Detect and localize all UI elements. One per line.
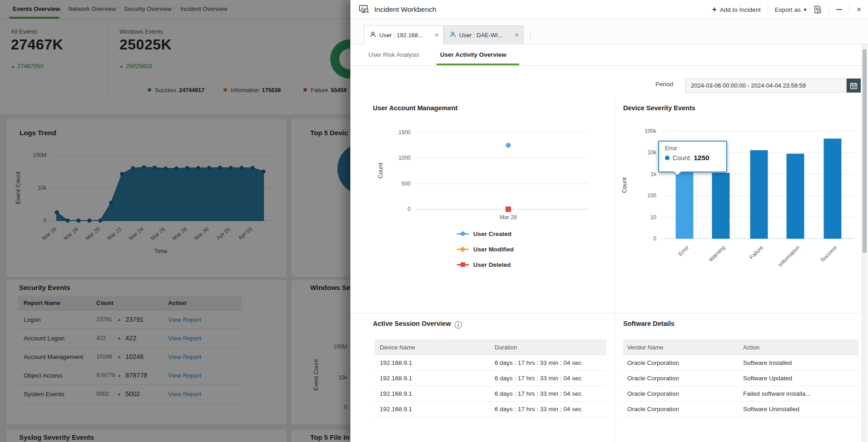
device-name-cell: 192.168.9.1 xyxy=(380,355,412,371)
svg-text:1500: 1500 xyxy=(398,129,411,136)
svg-text:100k: 100k xyxy=(645,128,657,134)
legend-item: User Deleted xyxy=(457,260,514,269)
period-label: Period xyxy=(655,81,673,88)
minimize-button[interactable] xyxy=(836,9,842,10)
entity-tab-user-host[interactable]: User : DAE-WI... ✕ xyxy=(444,25,524,45)
duration-cell: 6 days : 17 hrs : 33 min : 04 sec xyxy=(495,386,581,402)
action-cell: Failed software installa... xyxy=(743,386,811,402)
minimize-icon xyxy=(836,9,842,10)
legend-label: User Modified xyxy=(473,246,514,253)
device-name-cell: 192.168.9.1 xyxy=(380,386,412,402)
section-title: Device Severity Events xyxy=(623,104,695,112)
modal-header-actions: +Add to Incident Export as▾ ✕ xyxy=(712,0,862,19)
table-row: 192.168.9.16 days : 17 hrs : 33 min : 04… xyxy=(374,386,606,402)
workbench-icon xyxy=(359,5,369,16)
svg-text:1k: 1k xyxy=(650,171,657,177)
svg-text:1000: 1000 xyxy=(398,155,411,161)
table-row: Oracle CorporationSoftware Uninstalled xyxy=(623,402,858,417)
table-header: Vendor Name Action xyxy=(623,339,858,355)
calendar-button[interactable] xyxy=(847,79,861,93)
svg-text:500: 500 xyxy=(402,181,411,187)
divider xyxy=(829,5,829,14)
series-dot-icon xyxy=(665,156,670,160)
bar-information[interactable] xyxy=(787,154,804,239)
bar-error[interactable] xyxy=(676,172,694,239)
svg-text:Information: Information xyxy=(777,244,801,268)
legend-label: User Created xyxy=(473,231,511,237)
tooltip-label: Count: xyxy=(673,154,691,162)
tooltip-title: Error xyxy=(665,145,726,152)
chart-legend: User CreatedUser ModifiedUser Deleted xyxy=(457,229,514,275)
bar-failure[interactable] xyxy=(750,150,768,239)
scheduled-report-icon[interactable] xyxy=(813,5,822,14)
section-title: Software Details xyxy=(623,320,675,327)
divider xyxy=(849,5,849,14)
table-body: Oracle CorporationSoftware InstalledOrac… xyxy=(623,355,858,417)
svg-text:Success: Success xyxy=(819,244,838,263)
close-tab-icon[interactable]: ✕ xyxy=(431,32,439,38)
view-tab-bar: User Risk Analysis User Activity Overvie… xyxy=(351,44,868,66)
tab-user-risk-analysis[interactable]: User Risk Analysis xyxy=(368,44,419,65)
svg-text:0: 0 xyxy=(407,206,411,212)
legend-marker-square xyxy=(457,264,469,265)
svg-text:Warning: Warning xyxy=(708,244,726,263)
legend-marker-circle xyxy=(457,233,469,235)
divider xyxy=(530,30,531,40)
tab-user-activity-overview[interactable]: User Activity Overview xyxy=(440,44,506,65)
svg-text:100: 100 xyxy=(647,192,656,199)
duration-cell: 6 days : 17 hrs : 33 min : 04 sec xyxy=(495,402,581,417)
device-name-cell: 192.168.9.1 xyxy=(380,371,412,386)
table-row: Oracle CorporationSoftware Installed xyxy=(623,355,858,371)
modal-title: Incident Workbench xyxy=(374,0,436,19)
period-range-input[interactable]: 2024-03-06 00:00:00 - 2024-04-04 23:59:5… xyxy=(685,79,847,93)
device-name-cell: 192.168.9.1 xyxy=(380,402,412,417)
legend-marker-diamond xyxy=(457,249,469,250)
vendor-name-cell: Oracle Corporation xyxy=(627,402,679,417)
svg-text:Mar 28: Mar 28 xyxy=(500,214,517,221)
software-details-table: Vendor Name Action Oracle CorporationSof… xyxy=(623,339,858,417)
svg-text:0: 0 xyxy=(653,236,656,242)
legend-item: User Created xyxy=(457,229,514,238)
user-account-management-chart: 050010001500CountMar 28 xyxy=(372,119,603,223)
svg-text:10: 10 xyxy=(650,214,657,221)
action-cell: Software Installed xyxy=(743,355,792,371)
circle-marker-icon xyxy=(461,231,465,236)
tab-label: User : DAE-WI... xyxy=(459,32,503,39)
table-row: 192.168.9.16 days : 17 hrs : 33 min : 04… xyxy=(374,402,606,417)
add-to-incident-button[interactable]: +Add to Incident xyxy=(712,5,761,14)
svg-text:10k: 10k xyxy=(648,149,657,156)
column-action: Action xyxy=(743,339,759,355)
diamond-marker-icon xyxy=(460,246,466,252)
table-row: 192.168.9.16 days : 17 hrs : 33 min : 04… xyxy=(374,371,606,386)
close-icon[interactable]: ✕ xyxy=(856,6,862,13)
table-row: Oracle CorporationFailed software instal… xyxy=(623,386,858,402)
duration-cell: 6 days : 17 hrs : 33 min : 04 sec xyxy=(495,371,581,386)
device-severity-chart: 0101001k10k100kCountErrorWarningFailureI… xyxy=(616,119,864,278)
table-row: 192.168.9.16 days : 17 hrs : 33 min : 04… xyxy=(374,355,606,371)
entity-tab-user-ip[interactable]: User : 192.168... ✕ xyxy=(364,25,444,45)
modal-header: Incident Workbench +Add to Incident Expo… xyxy=(351,0,868,19)
chart-tooltip: Error Count: 1250 xyxy=(658,141,727,172)
info-icon[interactable]: i xyxy=(455,321,462,329)
entity-tab-bar: User : 192.168... ✕ User : DAE-WI... ✕ xyxy=(351,19,868,44)
user-icon xyxy=(450,31,456,39)
action-cell: Software Uninstalled xyxy=(743,402,799,417)
user-icon xyxy=(370,31,376,39)
square-marker-icon xyxy=(461,262,465,267)
section-title: User Account Management xyxy=(373,104,457,112)
section-title: Active Session Overviewi xyxy=(373,320,462,329)
close-tab-icon[interactable]: ✕ xyxy=(511,32,519,38)
vendor-name-cell: Oracle Corporation xyxy=(627,386,679,402)
column-duration: Duration xyxy=(495,339,517,355)
scrollbar-thumb[interactable] xyxy=(863,49,867,253)
table-body: 192.168.9.16 days : 17 hrs : 33 min : 04… xyxy=(374,355,606,417)
bar-warning[interactable] xyxy=(712,173,730,239)
svg-text:Count: Count xyxy=(377,162,384,178)
column-vendor-name: Vendor Name xyxy=(627,339,664,355)
svg-text:Error: Error xyxy=(677,244,690,257)
export-as-button[interactable]: Export as▾ xyxy=(775,6,807,13)
bar-success[interactable] xyxy=(824,138,842,239)
legend-label: User Deleted xyxy=(473,261,511,268)
column-device-name: Device Name xyxy=(380,339,415,355)
active-sessions-table: Device Name Duration 192.168.9.16 days :… xyxy=(374,339,606,417)
